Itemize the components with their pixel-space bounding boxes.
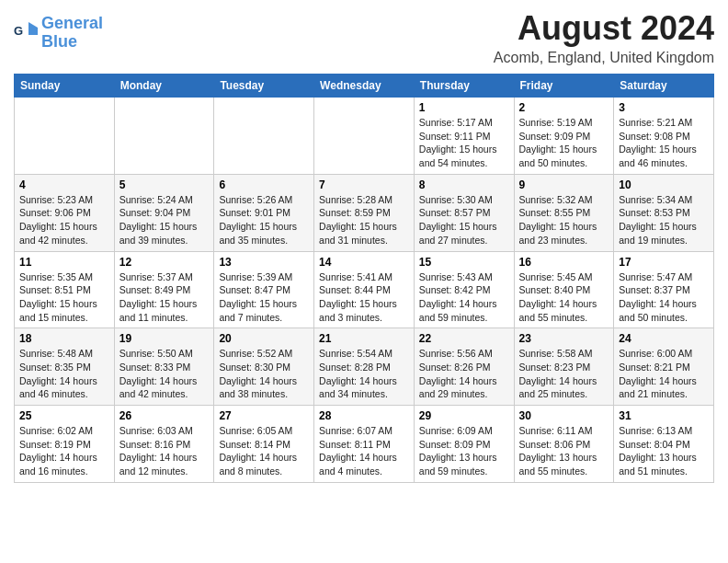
day-info-7: Sunrise: 5:28 AMSunset: 8:59 PMDaylight:…	[319, 193, 409, 247]
cell-w2-d4: 15Sunrise: 5:43 AMSunset: 8:42 PMDayligh…	[414, 251, 514, 328]
day-number-22: 22	[419, 332, 509, 345]
day-info-17: Sunrise: 5:47 AMSunset: 8:37 PMDaylight:…	[619, 270, 709, 325]
cell-w3-d2: 20Sunrise: 5:52 AMSunset: 8:30 PMDayligh…	[214, 328, 314, 406]
title-area: August 2024 Acomb, England, United Kingd…	[494, 9, 714, 66]
day-number-24: 24	[619, 332, 709, 345]
day-info-31: Sunrise: 6:13 AMSunset: 8:04 PMDaylight:…	[619, 424, 709, 478]
day-number-23: 23	[519, 332, 609, 345]
day-number-12: 12	[119, 256, 210, 269]
cell-w0-d4: 1Sunrise: 5:17 AMSunset: 9:11 PMDaylight…	[414, 98, 514, 175]
day-info-28: Sunrise: 6:07 AMSunset: 8:11 PMDaylight:…	[319, 424, 409, 478]
cell-w1-d1: 5Sunrise: 5:24 AMSunset: 9:04 PMDaylight…	[114, 174, 214, 251]
day-info-29: Sunrise: 6:09 AMSunset: 8:09 PMDaylight:…	[419, 424, 509, 478]
week-row-1: 4Sunrise: 5:23 AMSunset: 9:06 PMDaylight…	[15, 174, 714, 251]
day-info-5: Sunrise: 5:24 AMSunset: 9:04 PMDaylight:…	[119, 193, 210, 247]
day-info-16: Sunrise: 5:45 AMSunset: 8:40 PMDaylight:…	[519, 270, 609, 325]
cell-w4-d5: 30Sunrise: 6:11 AMSunset: 8:06 PMDayligh…	[514, 406, 614, 483]
day-number-13: 13	[219, 256, 309, 269]
cell-w4-d4: 29Sunrise: 6:09 AMSunset: 8:09 PMDayligh…	[414, 406, 514, 483]
day-number-14: 14	[319, 256, 409, 269]
day-info-14: Sunrise: 5:41 AMSunset: 8:44 PMDaylight:…	[319, 270, 409, 325]
cell-w2-d0: 11Sunrise: 5:35 AMSunset: 8:51 PMDayligh…	[15, 251, 115, 328]
cell-w4-d1: 26Sunrise: 6:03 AMSunset: 8:16 PMDayligh…	[114, 406, 214, 483]
day-number-10: 10	[619, 178, 709, 191]
cell-w1-d0: 4Sunrise: 5:23 AMSunset: 9:06 PMDaylight…	[15, 174, 115, 251]
cell-w4-d0: 25Sunrise: 6:02 AMSunset: 8:19 PMDayligh…	[15, 406, 115, 483]
cell-w0-d0	[15, 98, 115, 175]
header-thursday: Thursday	[414, 75, 514, 98]
cell-w3-d4: 22Sunrise: 5:56 AMSunset: 8:26 PMDayligh…	[414, 328, 514, 406]
cell-w4-d2: 27Sunrise: 6:05 AMSunset: 8:14 PMDayligh…	[214, 406, 314, 483]
day-info-9: Sunrise: 5:32 AMSunset: 8:55 PMDaylight:…	[519, 193, 609, 247]
cell-w0-d2	[214, 98, 314, 175]
cell-w2-d1: 12Sunrise: 5:37 AMSunset: 8:49 PMDayligh…	[114, 251, 214, 328]
cell-w2-d3: 14Sunrise: 5:41 AMSunset: 8:44 PMDayligh…	[314, 251, 415, 328]
svg-marker-1	[28, 22, 38, 35]
week-row-3: 18Sunrise: 5:48 AMSunset: 8:35 PMDayligh…	[15, 328, 714, 406]
day-info-12: Sunrise: 5:37 AMSunset: 8:49 PMDaylight:…	[119, 270, 210, 325]
cell-w1-d3: 7Sunrise: 5:28 AMSunset: 8:59 PMDaylight…	[314, 174, 415, 251]
logo-general: General	[41, 14, 103, 32]
day-info-8: Sunrise: 5:30 AMSunset: 8:57 PMDaylight:…	[419, 193, 509, 247]
day-number-16: 16	[519, 256, 609, 269]
header-tuesday: Tuesday	[214, 75, 314, 98]
calendar-header-row: SundayMondayTuesdayWednesdayThursdayFrid…	[15, 75, 714, 98]
day-number-26: 26	[119, 409, 210, 422]
logo-text: General Blue	[41, 15, 103, 52]
cell-w0-d5: 2Sunrise: 5:19 AMSunset: 9:09 PMDaylight…	[514, 98, 614, 175]
day-number-31: 31	[619, 409, 709, 422]
cell-w4-d6: 31Sunrise: 6:13 AMSunset: 8:04 PMDayligh…	[614, 406, 714, 483]
header-saturday: Saturday	[614, 75, 714, 98]
calendar-table: SundayMondayTuesdayWednesdayThursdayFrid…	[14, 74, 714, 483]
logo-icon: G	[14, 18, 40, 44]
day-info-23: Sunrise: 5:58 AMSunset: 8:23 PMDaylight:…	[519, 347, 609, 401]
day-info-15: Sunrise: 5:43 AMSunset: 8:42 PMDaylight:…	[419, 270, 509, 325]
day-info-4: Sunrise: 5:23 AMSunset: 9:06 PMDaylight:…	[19, 193, 109, 247]
week-row-4: 25Sunrise: 6:02 AMSunset: 8:19 PMDayligh…	[15, 406, 714, 483]
day-number-1: 1	[419, 101, 509, 114]
day-number-7: 7	[319, 178, 409, 191]
cell-w1-d5: 9Sunrise: 5:32 AMSunset: 8:55 PMDaylight…	[514, 174, 614, 251]
day-number-29: 29	[419, 409, 509, 422]
logo: G General Blue	[14, 15, 103, 52]
day-info-20: Sunrise: 5:52 AMSunset: 8:30 PMDaylight:…	[219, 347, 309, 401]
cell-w0-d3	[314, 98, 415, 175]
day-number-6: 6	[219, 178, 309, 191]
day-number-20: 20	[219, 332, 309, 345]
header-wednesday: Wednesday	[314, 75, 415, 98]
day-number-5: 5	[119, 178, 210, 191]
day-info-30: Sunrise: 6:11 AMSunset: 8:06 PMDaylight:…	[519, 424, 609, 478]
day-info-26: Sunrise: 6:03 AMSunset: 8:16 PMDaylight:…	[119, 424, 210, 478]
cell-w3-d3: 21Sunrise: 5:54 AMSunset: 8:28 PMDayligh…	[314, 328, 415, 406]
day-info-11: Sunrise: 5:35 AMSunset: 8:51 PMDaylight:…	[19, 270, 109, 325]
cell-w0-d6: 3Sunrise: 5:21 AMSunset: 9:08 PMDaylight…	[614, 98, 714, 175]
cell-w3-d6: 24Sunrise: 6:00 AMSunset: 8:21 PMDayligh…	[614, 328, 714, 406]
day-number-15: 15	[419, 256, 509, 269]
day-info-27: Sunrise: 6:05 AMSunset: 8:14 PMDaylight:…	[219, 424, 309, 478]
cell-w2-d2: 13Sunrise: 5:39 AMSunset: 8:47 PMDayligh…	[214, 251, 314, 328]
day-number-9: 9	[519, 178, 609, 191]
day-info-6: Sunrise: 5:26 AMSunset: 9:01 PMDaylight:…	[219, 193, 309, 247]
cell-w4-d3: 28Sunrise: 6:07 AMSunset: 8:11 PMDayligh…	[314, 406, 415, 483]
cell-w3-d1: 19Sunrise: 5:50 AMSunset: 8:33 PMDayligh…	[114, 328, 214, 406]
day-number-8: 8	[419, 178, 509, 191]
cell-w3-d0: 18Sunrise: 5:48 AMSunset: 8:35 PMDayligh…	[15, 328, 115, 406]
day-info-18: Sunrise: 5:48 AMSunset: 8:35 PMDaylight:…	[19, 347, 109, 401]
cell-w3-d5: 23Sunrise: 5:58 AMSunset: 8:23 PMDayligh…	[514, 328, 614, 406]
day-number-4: 4	[19, 178, 109, 191]
day-info-22: Sunrise: 5:56 AMSunset: 8:26 PMDaylight:…	[419, 347, 509, 401]
day-number-21: 21	[319, 332, 409, 345]
cell-w2-d6: 17Sunrise: 5:47 AMSunset: 8:37 PMDayligh…	[614, 251, 714, 328]
day-number-11: 11	[19, 256, 109, 269]
day-number-25: 25	[19, 409, 109, 422]
day-info-19: Sunrise: 5:50 AMSunset: 8:33 PMDaylight:…	[119, 347, 210, 401]
subtitle: Acomb, England, United Kingdom	[494, 50, 714, 66]
day-number-2: 2	[519, 101, 609, 114]
day-info-10: Sunrise: 5:34 AMSunset: 8:53 PMDaylight:…	[619, 193, 709, 247]
cell-w1-d4: 8Sunrise: 5:30 AMSunset: 8:57 PMDaylight…	[414, 174, 514, 251]
header-friday: Friday	[514, 75, 614, 98]
logo-blue: Blue	[41, 32, 77, 51]
header-monday: Monday	[114, 75, 214, 98]
day-number-18: 18	[19, 332, 109, 345]
day-number-27: 27	[219, 409, 309, 422]
